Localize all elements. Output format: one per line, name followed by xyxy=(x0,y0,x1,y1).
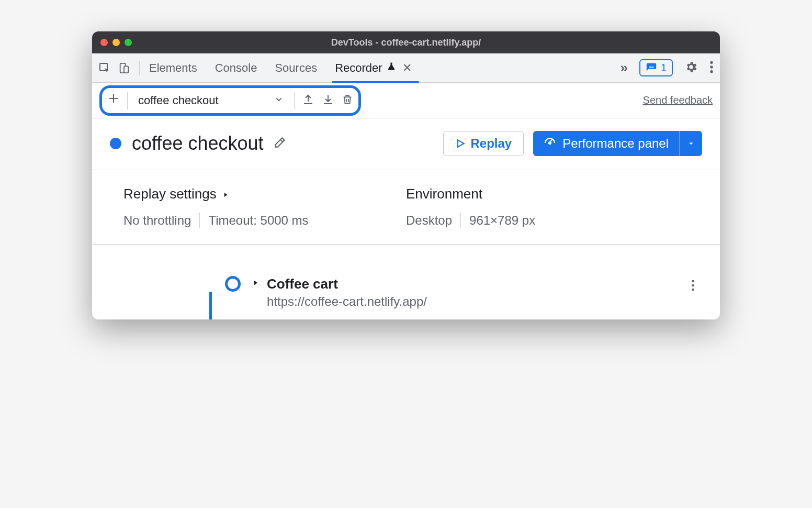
issues-badge[interactable]: 1 xyxy=(639,59,673,76)
highlighted-controls: coffee checkout xyxy=(99,85,361,116)
performance-panel-button[interactable]: Performance panel xyxy=(533,131,679,156)
window-zoom-button[interactable] xyxy=(125,39,132,46)
titlebar: DevTools - coffee-cart.netlify.app/ xyxy=(92,31,720,53)
recording-selector[interactable]: coffee checkout xyxy=(135,94,287,107)
send-feedback-link[interactable]: Send feedback xyxy=(643,94,713,106)
step-marker-icon xyxy=(225,276,241,292)
svg-point-8 xyxy=(692,284,694,287)
left-tools xyxy=(98,62,130,74)
close-tab-icon[interactable]: ✕ xyxy=(402,61,412,75)
status-dot-icon xyxy=(110,138,121,149)
environment-label: Environment xyxy=(406,186,482,202)
svg-point-4 xyxy=(710,65,713,68)
import-icon[interactable] xyxy=(322,93,334,108)
divider xyxy=(294,92,295,109)
environment-section: Environment Desktop 961×789 px xyxy=(406,186,689,228)
tab-console[interactable]: Console xyxy=(215,54,257,82)
svg-point-9 xyxy=(692,289,694,291)
tab-elements[interactable]: Elements xyxy=(149,54,197,82)
more-tabs-icon[interactable]: » xyxy=(620,60,627,76)
settings-gear-icon[interactable] xyxy=(684,60,698,76)
tab-recorder-label: Recorder xyxy=(335,61,382,75)
replay-settings-heading[interactable]: Replay settings xyxy=(123,186,406,202)
performance-panel-button-group: Performance panel xyxy=(533,131,702,156)
recording-title: coffee checkout xyxy=(132,132,264,154)
svg-point-3 xyxy=(710,61,713,63)
step-title: Coffee cart xyxy=(267,276,427,292)
step-kebab-icon[interactable] xyxy=(691,279,695,294)
kebab-menu-icon[interactable] xyxy=(709,60,714,76)
performance-panel-dropdown[interactable] xyxy=(679,131,702,156)
triangle-right-icon xyxy=(222,186,229,202)
issues-count: 1 xyxy=(661,62,667,74)
traffic-lights xyxy=(100,39,132,46)
timeout-value: Timeout: 5000 ms xyxy=(200,213,317,228)
replay-settings-section: Replay settings No throttling Timeout: 5… xyxy=(123,186,406,228)
tabs: Elements Console Sources Recorder ✕ xyxy=(149,54,412,82)
throttling-value: No throttling xyxy=(123,213,199,228)
recorder-toolbar: coffee checkout Send feedback xyxy=(92,83,720,118)
devtools-window: DevTools - coffee-cart.netlify.app/ Elem… xyxy=(92,31,720,319)
device-toolbar-icon[interactable] xyxy=(118,62,130,74)
svg-point-5 xyxy=(710,70,713,72)
svg-point-7 xyxy=(692,280,694,283)
environment-values: Desktop 961×789 px xyxy=(406,213,689,228)
devtools-tabs-row: Elements Console Sources Recorder ✕ » 1 xyxy=(92,53,720,83)
steps-list: Coffee cart https://coffee-cart.netlify.… xyxy=(92,245,720,319)
window-minimize-button[interactable] xyxy=(112,39,120,46)
svg-rect-2 xyxy=(124,66,128,73)
recording-selector-label: coffee checkout xyxy=(138,94,219,107)
performance-panel-label: Performance panel xyxy=(562,136,669,151)
device-value: Desktop xyxy=(406,213,460,228)
step-url: https://coffee-cart.netlify.app/ xyxy=(267,294,427,309)
delete-icon[interactable] xyxy=(342,93,353,108)
new-recording-button[interactable] xyxy=(107,92,120,108)
export-icon[interactable] xyxy=(302,93,314,108)
replay-settings-values: No throttling Timeout: 5000 ms xyxy=(123,213,406,228)
flask-icon xyxy=(387,61,396,74)
replay-button[interactable]: Replay xyxy=(443,131,524,156)
tab-recorder[interactable]: Recorder ✕ xyxy=(335,54,411,82)
step-row[interactable]: Coffee cart https://coffee-cart.netlify.… xyxy=(115,276,697,309)
replay-settings-label: Replay settings xyxy=(123,186,217,202)
viewport-value: 961×789 px xyxy=(461,213,544,228)
svg-point-6 xyxy=(549,142,551,144)
expand-step-icon[interactable] xyxy=(251,279,260,289)
step-text: Coffee cart https://coffee-cart.netlify.… xyxy=(267,276,427,309)
tab-sources[interactable]: Sources xyxy=(275,54,317,82)
recording-header: coffee checkout Replay Performance panel xyxy=(92,118,720,170)
window-close-button[interactable] xyxy=(100,39,108,46)
window-title: DevTools - coffee-cart.netlify.app/ xyxy=(331,37,481,48)
chevron-down-icon xyxy=(274,94,284,107)
timeline-connector xyxy=(209,292,212,319)
divider xyxy=(139,61,140,75)
gauge-icon xyxy=(544,136,556,151)
divider xyxy=(127,92,128,109)
edit-title-icon[interactable] xyxy=(273,136,287,151)
settings-row: Replay settings No throttling Timeout: 5… xyxy=(92,170,720,245)
replay-button-label: Replay xyxy=(471,136,512,151)
inspect-element-icon[interactable] xyxy=(98,62,111,74)
environment-heading: Environment xyxy=(406,186,689,202)
